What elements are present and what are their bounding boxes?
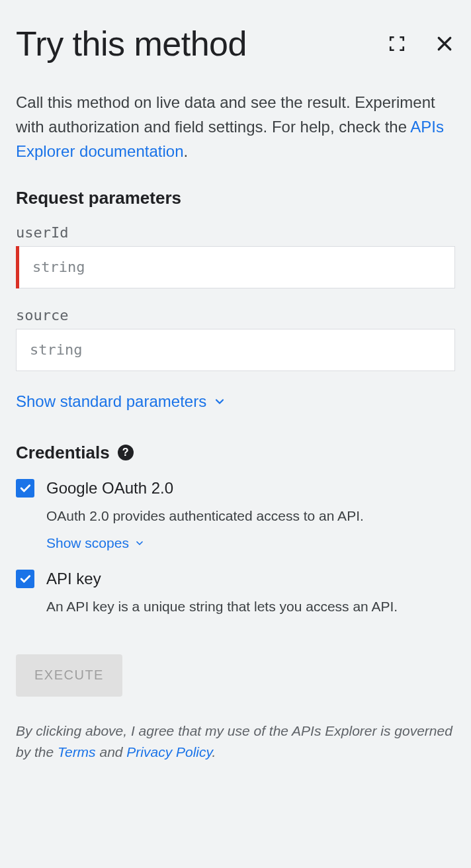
panel-description: Call this method on live data and see th…	[16, 90, 455, 164]
chevron-down-icon	[134, 538, 145, 548]
request-parameters-heading: Request parameters	[16, 188, 455, 208]
show-standard-parameters-label: Show standard parameters	[16, 392, 206, 411]
show-scopes-link[interactable]: Show scopes	[46, 535, 145, 551]
try-method-panel: Try this method Call this method on live…	[0, 0, 471, 779]
credentials-heading: Credentials ?	[16, 443, 455, 463]
param-source: source	[16, 307, 455, 371]
terms-link[interactable]: Terms	[58, 744, 96, 760]
description-suffix: .	[183, 142, 188, 160]
chevron-down-icon	[213, 395, 226, 408]
fullscreen-icon[interactable]	[386, 33, 407, 54]
legal-after: .	[212, 744, 216, 760]
credential-oauth-row: Google OAuth 2.0	[16, 479, 455, 498]
param-input-wrap-source	[16, 329, 455, 371]
apikey-checkbox[interactable]	[16, 570, 34, 588]
credential-apikey-row: API key	[16, 570, 455, 588]
privacy-link[interactable]: Privacy Policy	[126, 744, 212, 760]
credential-oauth: Google OAuth 2.0 OAuth 2.0 provides auth…	[16, 479, 455, 552]
credentials-heading-text: Credentials	[16, 443, 110, 463]
source-input[interactable]	[16, 329, 455, 371]
apikey-description: An API key is a unique string that lets …	[46, 596, 455, 617]
userid-input[interactable]	[16, 246, 455, 288]
show-standard-parameters-link[interactable]: Show standard parameters	[16, 392, 226, 411]
oauth-label: Google OAuth 2.0	[46, 479, 173, 498]
close-icon[interactable]	[434, 33, 455, 54]
execute-button[interactable]: EXECUTE	[16, 654, 122, 697]
legal-between: and	[96, 744, 127, 760]
oauth-description: OAuth 2.0 provides authenticated access …	[46, 505, 455, 527]
param-label-source: source	[16, 307, 455, 324]
param-input-wrap-userid	[16, 246, 455, 288]
description-text: Call this method on live data and see th…	[16, 93, 435, 136]
panel-header: Try this method	[16, 24, 455, 64]
legal-disclaimer: By clicking above, I agree that my use o…	[16, 720, 455, 763]
page-title: Try this method	[16, 24, 247, 64]
param-label-userid: userId	[16, 224, 455, 241]
show-scopes-label: Show scopes	[46, 535, 129, 551]
oauth-checkbox[interactable]	[16, 479, 34, 498]
credential-apikey: API key An API key is a unique string th…	[16, 570, 455, 617]
param-userid: userId	[16, 224, 455, 288]
header-actions	[386, 33, 455, 54]
help-icon[interactable]: ?	[118, 445, 134, 460]
apikey-label: API key	[46, 570, 101, 588]
